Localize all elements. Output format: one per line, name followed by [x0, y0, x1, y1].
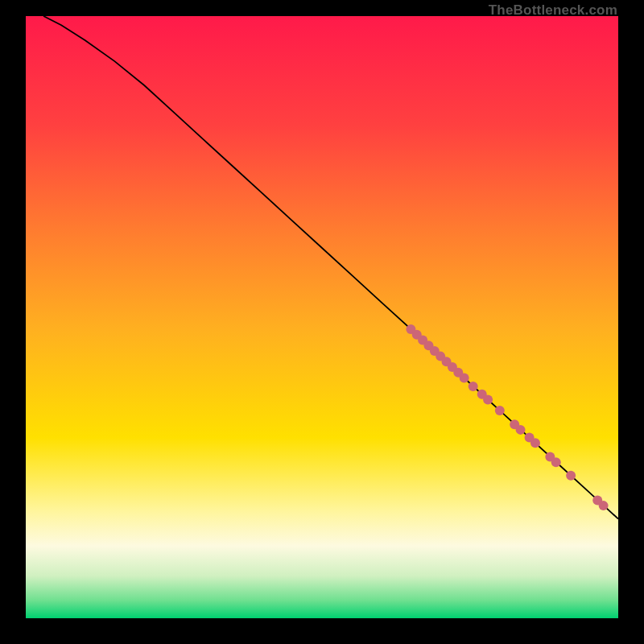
attribution-text: TheBottleneck.com: [489, 2, 617, 19]
scatter-point: [566, 471, 576, 481]
scatter-point: [551, 457, 561, 467]
scatter-point: [530, 438, 540, 448]
chart-area: [26, 16, 618, 618]
scatter-point: [483, 394, 493, 404]
scatter-point: [599, 501, 609, 510]
scatter-point: [495, 406, 505, 415]
scatter-point: [460, 374, 469, 383]
scatter-point: [469, 382, 478, 391]
chart-plot-layer: [26, 16, 618, 618]
scatter-point: [516, 425, 526, 435]
chart-container: TheBottleneck.com: [0, 0, 644, 644]
